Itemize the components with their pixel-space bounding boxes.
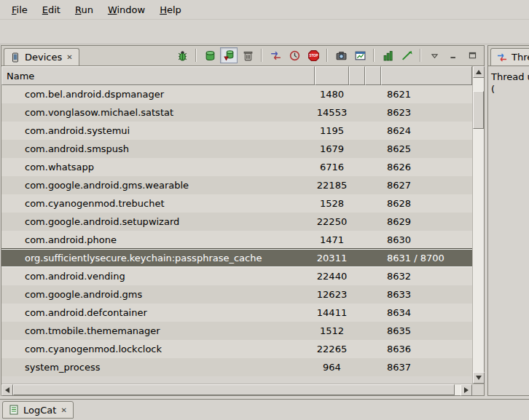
column-header-blank1[interactable] (349, 66, 365, 85)
update-threads-button[interactable] (267, 47, 284, 63)
table-row[interactable]: com.android.smspush16798625 (1, 140, 472, 158)
cell-spacer1 (349, 267, 365, 285)
scroll-down-button[interactable] (473, 372, 485, 384)
cell-spacer1 (349, 85, 365, 103)
menu-window[interactable]: Window (101, 2, 152, 17)
cell-pid: 6716 (315, 158, 349, 176)
tab-logcat-close-icon[interactable]: ✕ (60, 406, 67, 414)
minimize-button[interactable] (444, 47, 462, 63)
menu-bar: File Edit Run Window Help (0, 0, 529, 20)
table-row[interactable]: com.android.defcontainer144118634 (1, 304, 472, 322)
cell-spacer1 (349, 140, 365, 158)
system-info-icon (354, 49, 367, 62)
menu-file[interactable]: File (4, 2, 35, 17)
arrow-up-icon (476, 70, 482, 74)
view-menu-button[interactable] (426, 47, 443, 63)
table-row[interactable]: com.google.android.gms.wearable221858627 (1, 176, 472, 194)
table-row[interactable]: com.google.android.gms126238633 (1, 285, 472, 304)
device-icon (9, 52, 21, 63)
cell-pid: 1195 (315, 122, 349, 140)
debug-process-button[interactable] (173, 47, 191, 63)
threads-message-line1: Thread up (491, 71, 529, 83)
devices-tabbar: Devices ✕ (1, 46, 484, 66)
column-header-name[interactable]: Name (1, 66, 315, 85)
method-profiling-icon (289, 49, 301, 62)
cell-spacer1 (349, 285, 365, 304)
vertical-scroll-track[interactable] (473, 78, 484, 372)
horizontal-scroll-thumb[interactable] (13, 384, 455, 395)
system-info-button[interactable] (351, 47, 369, 63)
menu-help[interactable]: Help (152, 2, 189, 17)
update-heap-button[interactable] (201, 47, 219, 63)
cell-port: 8634 (381, 304, 472, 322)
table-row[interactable]: com.cyanogenmod.trebuchet15288628 (1, 194, 472, 213)
device-table-body: com.bel.android.dspmanager14808621com.vo… (1, 85, 472, 384)
table-row[interactable]: com.whatsapp67168626 (1, 158, 472, 176)
cell-pid: 22440 (315, 267, 349, 285)
cell-name: com.android.phone (1, 231, 315, 249)
arrow-left-icon (5, 387, 9, 393)
cell-spacer1 (349, 322, 365, 340)
table-row[interactable]: com.google.android.setupwizard222508629 (1, 213, 472, 231)
cell-spacer2 (365, 122, 381, 140)
tab-logcat[interactable]: LogCat ✕ (2, 401, 74, 419)
table-row[interactable]: com.android.vending224408632 (1, 267, 472, 285)
stop-process-button[interactable]: STOP (305, 47, 322, 63)
table-row[interactable]: com.android.systemui11958624 (1, 122, 472, 140)
cell-port: 8632 (381, 267, 472, 285)
logcat-icon (8, 404, 20, 416)
cell-pid: 12623 (315, 285, 349, 304)
vertical-scrollbar[interactable] (472, 66, 484, 384)
tab-threads-label: Threads (512, 52, 529, 63)
table-row[interactable]: org.sufficientlysecure.keychain:passphra… (1, 249, 472, 267)
cell-port: 8635 (381, 322, 472, 340)
scroll-left-button[interactable] (1, 384, 13, 396)
table-row[interactable]: com.cyanogenmod.lockclock222658636 (1, 340, 472, 358)
network-stats-button[interactable] (379, 47, 396, 63)
devices-content: Name com.bel.android.dspmanager14808621c… (1, 66, 484, 384)
trace-icon (401, 49, 413, 62)
cause-gc-button[interactable] (239, 47, 256, 63)
cell-spacer2 (365, 103, 381, 122)
menu-run[interactable]: Run (68, 2, 101, 17)
scroll-up-button[interactable] (473, 66, 485, 78)
cell-name: org.sufficientlysecure.keychain:passphra… (1, 249, 315, 267)
trace-button[interactable] (398, 47, 415, 63)
cell-port: 8629 (381, 213, 472, 231)
table-row[interactable]: com.tmobile.thememanager15128635 (1, 322, 472, 340)
dump-hprof-button[interactable] (220, 47, 238, 63)
cell-pid: 14553 (315, 103, 349, 122)
table-row[interactable]: system_process9648637 (1, 358, 472, 376)
minimize-icon (449, 51, 458, 60)
tab-threads[interactable]: Threads (490, 48, 529, 66)
update-heap-icon (204, 49, 216, 62)
column-header-pid[interactable] (315, 66, 349, 85)
cell-spacer2 (365, 85, 381, 103)
toolbar-separator (420, 49, 421, 62)
tab-devices[interactable]: Devices ✕ (4, 48, 79, 66)
vertical-scroll-thumb[interactable] (473, 91, 484, 129)
cell-spacer2 (365, 213, 381, 231)
cell-name: com.android.vending (1, 267, 315, 285)
column-header-port[interactable] (381, 66, 472, 85)
screen-capture-button[interactable] (332, 47, 350, 63)
cell-spacer1 (349, 304, 365, 322)
column-header-blank2[interactable] (365, 66, 381, 85)
cell-port: 8625 (381, 140, 472, 158)
table-row[interactable]: com.android.phone14718630 (1, 231, 472, 249)
screen-capture-icon (335, 49, 348, 62)
horizontal-scrollbar[interactable] (1, 384, 472, 395)
scroll-right-button[interactable] (461, 384, 472, 396)
table-row[interactable]: com.bel.android.dspmanager14808621 (1, 85, 472, 103)
ddms-window: { "menu": { "items": [ {"label": "File"}… (0, 0, 529, 420)
table-row[interactable]: com.vonglasow.michael.satstat145538623 (1, 103, 472, 122)
cell-name: com.cyanogenmod.trebuchet (1, 194, 315, 213)
cell-pid: 14411 (315, 304, 349, 322)
cell-name: com.android.systemui (1, 122, 315, 140)
maximize-button[interactable] (463, 47, 481, 63)
method-profiling-button[interactable] (286, 47, 303, 63)
tab-devices-close-icon[interactable]: ✕ (66, 53, 73, 61)
menu-edit[interactable]: Edit (35, 2, 68, 17)
threads-icon (496, 52, 508, 63)
horizontal-scroll-track[interactable] (13, 384, 461, 395)
